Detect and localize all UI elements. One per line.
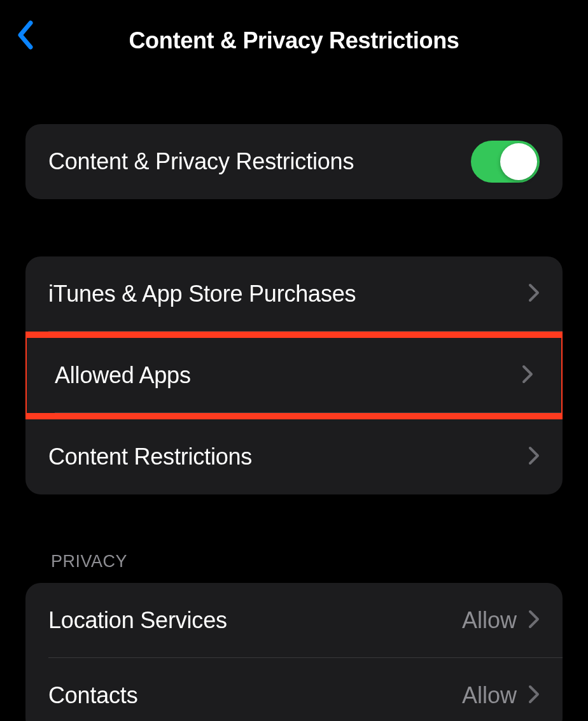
- chevron-right-icon: [528, 283, 540, 305]
- page-title: Content & Privacy Restrictions: [15, 27, 573, 54]
- back-button[interactable]: [15, 20, 34, 50]
- highlight-annotation: Allowed Apps: [25, 332, 563, 419]
- row-label: Content Restrictions: [48, 444, 528, 470]
- privacy-section-header: PRIVACY: [25, 552, 563, 583]
- row-value: Allow: [462, 682, 517, 709]
- row-label: Allowed Apps: [55, 362, 522, 389]
- row-value: Allow: [462, 607, 517, 634]
- row-label: Contacts: [48, 682, 462, 709]
- content-restrictions-row[interactable]: Content Restrictions: [25, 419, 563, 494]
- chevron-right-icon: [528, 610, 540, 631]
- location-services-row[interactable]: Location Services Allow: [25, 583, 563, 658]
- content-area: Content & Privacy Restrictions iTunes & …: [0, 124, 588, 721]
- contacts-row[interactable]: Contacts Allow: [25, 658, 563, 721]
- chevron-right-icon: [528, 446, 540, 468]
- toggle-knob: [500, 143, 537, 180]
- allowed-apps-row[interactable]: Allowed Apps: [27, 338, 561, 413]
- content-privacy-toggle-row[interactable]: Content & Privacy Restrictions: [25, 124, 563, 199]
- content-section: iTunes & App Store Purchases Allowed App…: [25, 256, 563, 494]
- content-privacy-toggle[interactable]: [471, 141, 540, 183]
- divider: [55, 412, 561, 413]
- row-label: iTunes & App Store Purchases: [48, 281, 528, 307]
- privacy-section: Location Services Allow Contacts Allow: [25, 583, 563, 721]
- chevron-left-icon: [15, 20, 34, 50]
- privacy-section-wrapper: PRIVACY Location Services Allow Contacts…: [25, 552, 563, 721]
- nav-header: Content & Privacy Restrictions: [0, 0, 588, 64]
- toggle-label: Content & Privacy Restrictions: [48, 148, 471, 175]
- chevron-right-icon: [528, 685, 540, 706]
- itunes-app-store-row[interactable]: iTunes & App Store Purchases: [25, 256, 563, 332]
- row-label: Location Services: [48, 607, 462, 634]
- toggle-section: Content & Privacy Restrictions: [25, 124, 563, 199]
- chevron-right-icon: [522, 365, 533, 386]
